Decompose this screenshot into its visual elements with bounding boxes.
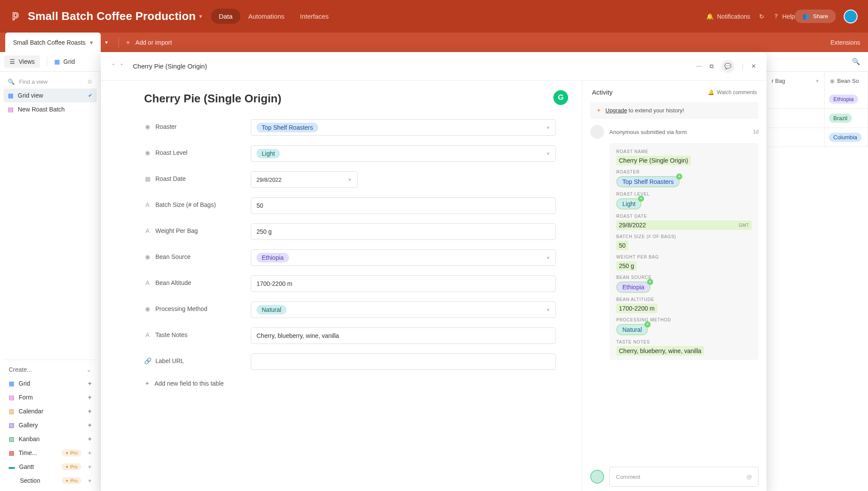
create-form[interactable]: ▤Form+ xyxy=(5,390,95,404)
roast-level-select[interactable]: Light ▼ xyxy=(251,145,556,162)
more-icon[interactable]: ⋯ xyxy=(696,63,702,69)
calendar-icon: ▥ xyxy=(9,408,14,415)
search-button[interactable]: 🔍 xyxy=(852,58,864,65)
create-gallery[interactable]: ▧Gallery+ xyxy=(5,418,95,432)
roaster-select[interactable]: Top Shelf Roasters ▼ xyxy=(251,119,556,136)
added-badge-icon: + xyxy=(638,196,644,202)
bean-source-select[interactable]: Ethiopia ▼ xyxy=(251,249,556,266)
notifications-button[interactable]: 🔔Notifications xyxy=(706,13,750,20)
topbar: Small Batch Coffee Production ▾ Data Aut… xyxy=(0,0,868,33)
field-label-url: 🔗Label URL xyxy=(144,354,556,370)
create-grid[interactable]: ▦Grid+ xyxy=(5,376,95,390)
field-roast-level: ◉Roast Level Light ▼ xyxy=(144,145,556,162)
activity-value: 50 xyxy=(616,241,628,250)
create-calendar[interactable]: ▥Calendar+ xyxy=(5,404,95,418)
sidebar-view-form[interactable]: ▤ New Roast Batch xyxy=(3,102,97,116)
menu-icon: ☰ xyxy=(10,58,15,65)
next-record-button[interactable]: ˅ xyxy=(118,61,126,71)
create-kanban[interactable]: ▨Kanban+ xyxy=(5,432,95,446)
comments-toggle[interactable]: 💬 xyxy=(721,60,734,73)
chevron-down-icon: ▼ xyxy=(546,308,550,312)
add-field-button[interactable]: ＋ Add new field to this table xyxy=(144,380,556,387)
watch-comments-button[interactable]: 🔔Watch comments xyxy=(708,89,757,95)
taste-notes-input[interactable]: Cherry, blueberry, wine, vanilla xyxy=(251,327,556,344)
add-or-import-button[interactable]: ＋Add or import xyxy=(125,39,172,46)
table-tab-label: Small Batch Coffee Roasts xyxy=(13,39,85,46)
select-icon: ◉ xyxy=(144,305,151,312)
plus-icon[interactable]: + xyxy=(88,408,92,415)
activity-time: 1d xyxy=(753,129,759,135)
help-button[interactable]: ？Help xyxy=(773,13,795,20)
cell-tag[interactable]: Brazil xyxy=(829,114,852,123)
upgrade-banner[interactable]: ✦ Upgrade to extend your history! xyxy=(590,102,759,119)
processing-method-select[interactable]: Natural ▼ xyxy=(251,301,556,318)
find-view-input[interactable]: 🔍 Find a view ⚙ xyxy=(3,75,97,88)
help-icon: ？ xyxy=(773,13,779,20)
check-icon: ✔ xyxy=(88,92,92,98)
views-sidebar: 🔍 Find a view ⚙ ▦ Grid view ✔ ▤ New Roas… xyxy=(0,72,101,491)
base-icon xyxy=(10,11,21,22)
column-header[interactable]: ◉Bean So xyxy=(825,72,868,90)
batch-size-input[interactable]: 50 xyxy=(251,197,556,214)
field-bean-source: ◉Bean Source Ethiopia ▼ xyxy=(144,249,556,266)
plus-icon[interactable]: + xyxy=(88,477,92,484)
record-form: G Cherry Pie (Single Origin) ◉Roaster To… xyxy=(101,81,582,491)
current-view-chip[interactable]: ▦ Grid xyxy=(54,58,75,65)
label-url-input[interactable] xyxy=(251,354,556,370)
table-tab-active[interactable]: Small Batch Coffee Roasts ▾ xyxy=(5,33,101,52)
comment-input[interactable]: Comment @ xyxy=(609,467,759,487)
sparkle-icon: ✦ xyxy=(596,107,601,114)
create-section[interactable]: SectionPro+ xyxy=(5,474,95,488)
plus-icon[interactable]: + xyxy=(88,380,92,387)
background-grid-peek: r Bag▾ ◉Bean So Ethiopia Brazil Columbia xyxy=(766,72,868,90)
activity-pill: Light xyxy=(616,198,641,209)
close-icon[interactable]: ✕ xyxy=(751,63,756,69)
create-gantt[interactable]: ▬GanttPro+ xyxy=(5,460,95,474)
cell-tag[interactable]: Ethiopia xyxy=(829,95,858,104)
weight-input[interactable]: 250 g xyxy=(251,223,556,240)
table-tab-dropdown[interactable]: ▾ xyxy=(101,36,112,48)
chevron-down-icon[interactable]: ▾ xyxy=(199,13,202,20)
plus-icon[interactable]: + xyxy=(88,449,92,456)
history-button[interactable]: ↻ xyxy=(759,13,764,20)
nav-interfaces[interactable]: Interfaces xyxy=(292,9,336,24)
kanban-icon: ▨ xyxy=(9,435,14,442)
record-title[interactable]: Cherry Pie (Single Origin) xyxy=(144,92,556,105)
people-icon: 👥 xyxy=(802,13,809,20)
settings-icon[interactable]: ⚙ xyxy=(87,79,92,85)
prev-record-button[interactable]: ˄ xyxy=(109,61,118,71)
expand-icon[interactable]: ⧉ xyxy=(710,63,713,70)
extensions-button[interactable]: Extensions xyxy=(831,39,860,46)
cell-tag[interactable]: Columbia xyxy=(829,133,861,142)
link-icon: 🔗 xyxy=(144,357,151,364)
base-title[interactable]: Small Batch Coffee Production xyxy=(28,10,196,23)
divider xyxy=(118,37,119,48)
bean-altitude-input[interactable]: 1700-2200 m xyxy=(251,275,556,292)
table-tabs-bar: Small Batch Coffee Roasts ▾ ▾ ＋Add or im… xyxy=(0,33,868,52)
roast-date-input[interactable]: 29/8/2022 ▼ xyxy=(251,171,358,188)
chevron-down-icon[interactable]: ▾ xyxy=(816,78,819,84)
search-icon: 🔍 xyxy=(8,79,15,85)
sidebar-view-grid[interactable]: ▦ Grid view ✔ xyxy=(3,88,97,102)
plus-icon[interactable]: + xyxy=(88,463,92,470)
upgrade-link[interactable]: Upgrade xyxy=(605,107,627,114)
account-avatar[interactable] xyxy=(844,10,858,23)
grid-icon: ▦ xyxy=(54,58,60,65)
mention-icon[interactable]: @ xyxy=(746,474,752,480)
create-timeline[interactable]: ▩Time...Pro+ xyxy=(5,446,95,460)
share-button[interactable]: 👥Share xyxy=(795,10,836,23)
chevron-down-icon[interactable]: ▾ xyxy=(90,39,93,46)
select-icon: ◉ xyxy=(830,78,835,84)
pro-badge: Pro xyxy=(62,449,81,456)
create-toggle[interactable]: Create... ⌄ xyxy=(5,363,95,376)
activity-pill: Top Shelf Roasters xyxy=(616,176,680,187)
plus-icon[interactable]: + xyxy=(88,435,92,442)
views-toggle[interactable]: ☰Views xyxy=(4,56,40,68)
plus-icon[interactable]: + xyxy=(88,394,92,401)
activity-author: Anonymous submitted via form xyxy=(609,129,687,135)
column-header[interactable]: r Bag▾ xyxy=(766,72,825,90)
plus-icon[interactable]: + xyxy=(88,422,92,429)
nav-data[interactable]: Data xyxy=(211,9,240,24)
form-icon: ▤ xyxy=(8,106,13,113)
nav-automations[interactable]: Automations xyxy=(240,9,292,24)
